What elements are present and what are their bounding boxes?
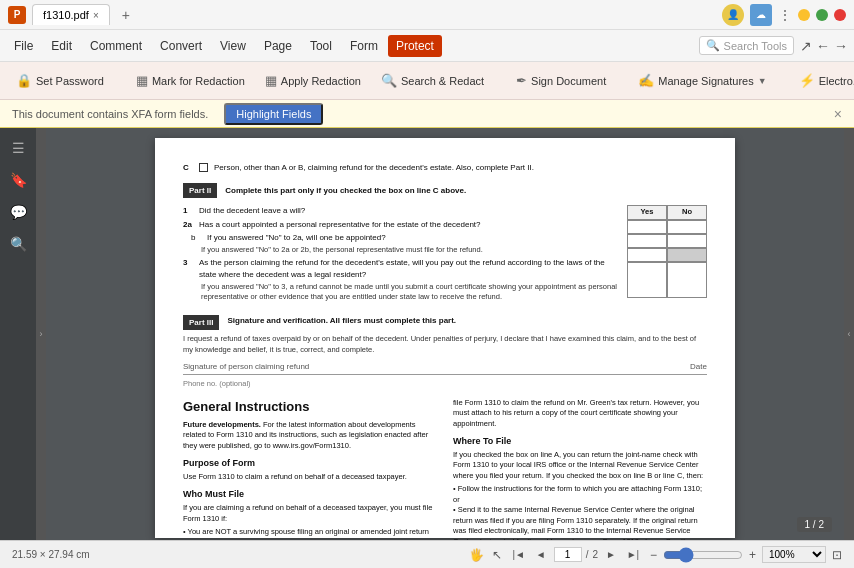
yn-row3 <box>627 248 707 262</box>
right-arrow-icon: ‹ <box>848 329 851 339</box>
mark-redaction-btn[interactable]: ▦ Mark for Redaction <box>128 69 253 92</box>
option-c-checkbox[interactable] <box>199 163 208 172</box>
part3-desc: Signature and verification. All filers m… <box>227 315 456 326</box>
cloud-icon[interactable]: ☁ <box>750 4 772 26</box>
page-nav: |◄ ◄ / 2 ► ►| <box>510 546 642 564</box>
title-bar: P f1310.pdf × + 👤 ☁ ⋮ <box>0 0 854 30</box>
document-area[interactable]: C Person, other than A or B, claiming re… <box>46 128 844 540</box>
search-icon: 🔍 <box>706 39 720 52</box>
zoom-controls: − + 100% 75% 125% 150% Fit Page ⊡ <box>650 546 842 563</box>
search-redact-icon: 🔍 <box>381 73 397 88</box>
yes-no-grid: Yes No <box>627 205 707 304</box>
hand-tool-icon[interactable]: 🖐 <box>469 548 484 562</box>
gi-purpose-title: Purpose of Form <box>183 457 437 470</box>
q2a-num: 2a <box>183 219 195 230</box>
mark-redaction-label: Mark for Redaction <box>152 75 245 87</box>
yn-1-no <box>667 220 707 234</box>
manage-signatures-btn[interactable]: ✍ Manage Signatures ▼ <box>630 69 774 92</box>
part2-desc: Complete this part only if you checked t… <box>225 185 466 196</box>
page-separator: / <box>586 549 589 560</box>
minimize-btn[interactable] <box>798 9 810 21</box>
menu-convert[interactable]: Convert <box>152 35 210 57</box>
q2a-row: 2a Has a court appointed a personal repr… <box>183 219 619 230</box>
menu-tool[interactable]: Tool <box>302 35 340 57</box>
electroredact-label: Electro... <box>819 75 854 87</box>
gi-where-text: If you checked the box on line A, you ca… <box>453 450 707 482</box>
nav-back-icon[interactable]: ← <box>816 38 830 54</box>
yn-4-no <box>667 262 707 298</box>
search-redact-btn[interactable]: 🔍 Search & Redact <box>373 69 492 92</box>
set-password-label: Set Password <box>36 75 104 87</box>
nav-forward-icon[interactable]: → <box>834 38 848 54</box>
left-sidebar: ☰ 🔖 💬 🔍 <box>0 128 36 540</box>
more-options-icon[interactable]: ⋮ <box>778 7 792 23</box>
last-page-btn[interactable]: ►| <box>624 546 642 564</box>
sidebar-pages-icon[interactable]: ☰ <box>6 136 30 160</box>
option-c-row: C Person, other than A or B, claiming re… <box>183 162 707 173</box>
new-tab-btn[interactable]: + <box>116 5 136 25</box>
user-icon[interactable]: 👤 <box>722 4 744 26</box>
menu-edit[interactable]: Edit <box>43 35 80 57</box>
q3-num: 3 <box>183 257 195 268</box>
tab-close-btn[interactable]: × <box>93 10 99 21</box>
gi-future-dev: Future developments. For the latest info… <box>183 420 437 452</box>
yn-header-row: Yes No <box>627 205 707 220</box>
right-panel-toggle[interactable]: ‹ <box>844 128 854 540</box>
window-close-btn[interactable] <box>834 9 846 21</box>
apply-redaction-btn[interactable]: ▦ Apply Redaction <box>257 69 369 92</box>
left-arrow-icon: › <box>40 329 43 339</box>
electroredact-btn[interactable]: ⚡ Electro... <box>791 69 854 92</box>
highlight-fields-btn[interactable]: Highlight Fields <box>224 103 323 125</box>
yn-1-yes <box>627 220 667 234</box>
next-page-btn[interactable]: ► <box>602 546 620 564</box>
external-link-icon[interactable]: ↗ <box>800 38 812 54</box>
first-page-btn[interactable]: |◄ <box>510 546 528 564</box>
notification-bar: This document contains XFA form fields. … <box>0 100 854 128</box>
zoom-slider[interactable] <box>663 547 743 563</box>
lock-icon: 🔒 <box>16 73 32 88</box>
set-password-btn[interactable]: 🔒 Set Password <box>8 69 112 92</box>
active-tab[interactable]: f1310.pdf × <box>32 4 110 25</box>
menu-file[interactable]: File <box>6 35 41 57</box>
option-c-text: Person, other than A or B, claiming refu… <box>214 162 534 173</box>
toolbar: 🔒 Set Password ▦ Mark for Redaction ▦ Ap… <box>0 62 854 100</box>
q3-note: If you answered "No" to 3, a refund cann… <box>201 282 619 303</box>
apply-redaction-icon: ▦ <box>265 73 277 88</box>
page-badge: 1 / 2 <box>797 517 832 532</box>
main-area: ☰ 🔖 💬 🔍 › C Person, other than A or B, c… <box>0 128 854 540</box>
yn-row2 <box>627 234 707 248</box>
menu-page[interactable]: Page <box>256 35 300 57</box>
left-panel-toggle[interactable]: › <box>36 128 46 540</box>
right-side: ‹ <box>844 128 854 540</box>
menu-form[interactable]: Form <box>342 35 386 57</box>
maximize-btn[interactable] <box>816 9 828 21</box>
page-number-input[interactable] <box>554 547 582 562</box>
search-tools-bar[interactable]: 🔍 Search Tools <box>699 36 794 55</box>
menu-comment[interactable]: Comment <box>82 35 150 57</box>
zoom-out-btn[interactable]: − <box>650 548 657 562</box>
part2-label: Part II <box>183 183 217 198</box>
zoom-select[interactable]: 100% 75% 125% 150% Fit Page <box>762 546 826 563</box>
sign-icon: ✒ <box>516 73 527 88</box>
sig-label: Signature of person claiming refund <box>183 361 309 372</box>
sidebar-bookmarks-icon[interactable]: 🔖 <box>6 168 30 192</box>
search-redact-label: Search & Redact <box>401 75 484 87</box>
prev-page-btn[interactable]: ◄ <box>532 546 550 564</box>
q2b-note: If you answered "No" to 2a or 2b, the pe… <box>201 245 619 256</box>
sidebar-comments-icon[interactable]: 💬 <box>6 200 30 224</box>
sidebar-search-icon[interactable]: 🔍 <box>6 232 30 256</box>
select-tool-icon[interactable]: ↖ <box>492 548 502 562</box>
app-icon: P <box>8 6 26 24</box>
title-bar-left: P f1310.pdf × + <box>8 4 722 25</box>
zoom-in-btn[interactable]: + <box>749 548 756 562</box>
q2a-text: Has a court appointed a personal represe… <box>199 219 619 230</box>
search-tools-label: Search Tools <box>724 40 787 52</box>
sign-document-btn[interactable]: ✒ Sign Document <box>508 69 614 92</box>
fit-page-icon[interactable]: ⊡ <box>832 548 842 562</box>
gi-who-title: Who Must File <box>183 488 437 501</box>
general-instructions: General Instructions Future developments… <box>183 398 707 540</box>
menu-protect[interactable]: Protect <box>388 35 442 57</box>
manage-sig-dropdown-icon: ▼ <box>758 76 767 86</box>
notification-close-btn[interactable]: × <box>834 106 842 122</box>
menu-view[interactable]: View <box>212 35 254 57</box>
